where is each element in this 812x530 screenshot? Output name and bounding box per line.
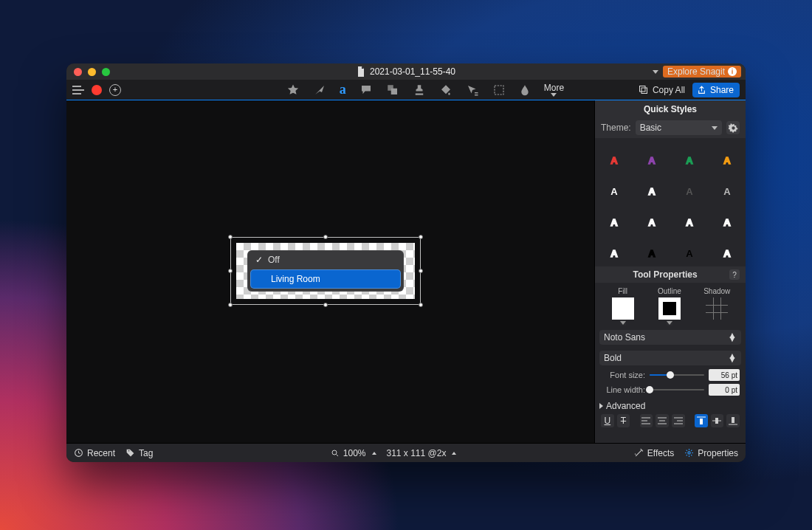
resize-handle[interactable]: [419, 235, 423, 239]
resize-handle[interactable]: [228, 269, 233, 273]
resize-handle[interactable]: [228, 303, 233, 307]
resize-handle[interactable]: [323, 303, 328, 307]
font-size-label: Font size:: [601, 371, 645, 379]
svg-text:A: A: [686, 217, 693, 228]
quick-styles-grid: AAAAAAAAAAAAAAAA: [595, 138, 746, 266]
line-width-value[interactable]: 0 pt: [709, 384, 740, 396]
tag-label: Tag: [139, 448, 153, 458]
font-size-value[interactable]: 56 pt: [709, 369, 740, 381]
check-icon: ✓: [255, 255, 264, 265]
tool-row: a More: [213, 82, 638, 97]
share-label: Share: [710, 85, 734, 95]
shadow-picker[interactable]: [704, 297, 729, 326]
advanced-toggle[interactable]: Advanced: [595, 398, 746, 413]
font-family-value: Noto Sans: [604, 332, 645, 343]
hamburger-menu-icon[interactable]: [72, 86, 84, 94]
quick-style-item[interactable]: A: [708, 142, 746, 173]
gear-icon: [684, 448, 694, 458]
theme-select[interactable]: Basic: [636, 120, 722, 135]
resize-handle[interactable]: [323, 235, 328, 239]
quick-style-item[interactable]: A: [708, 173, 746, 204]
menu-item-living-room[interactable]: Living Room: [250, 269, 401, 289]
effects-tab[interactable]: Effects: [634, 448, 674, 458]
svg-text:A: A: [686, 155, 693, 166]
more-tools-button[interactable]: More: [544, 83, 564, 97]
blur-tool-icon[interactable]: [519, 83, 531, 97]
quick-style-item[interactable]: A: [633, 173, 670, 204]
underline-toggle[interactable]: U: [601, 414, 614, 427]
align-center-toggle[interactable]: [656, 414, 669, 427]
svg-text:A: A: [610, 217, 618, 228]
dimensions-display[interactable]: 311 x 111 @2x: [387, 448, 457, 458]
menu-item-off[interactable]: ✓ Off: [247, 250, 404, 269]
shape-tool-icon[interactable]: [386, 83, 399, 97]
selection-bounds[interactable]: ✓ Off Living Room: [230, 237, 421, 305]
shadow-label: Shadow: [703, 287, 730, 295]
line-width-slider[interactable]: [650, 385, 704, 395]
zoom-window-button[interactable]: [102, 68, 110, 76]
editor-canvas[interactable]: ✓ Off Living Room: [66, 100, 594, 443]
minimize-window-button[interactable]: [88, 68, 96, 76]
theme-settings-button[interactable]: [726, 121, 740, 134]
quick-style-item[interactable]: A: [670, 204, 708, 235]
line-width-label: Line width:: [601, 385, 645, 394]
favorite-tool-icon[interactable]: [286, 83, 300, 97]
strikethrough-toggle[interactable]: T: [617, 414, 630, 427]
quick-style-item[interactable]: A: [670, 173, 708, 204]
resize-handle[interactable]: [228, 235, 233, 239]
help-button[interactable]: ?: [729, 269, 740, 280]
quick-style-item[interactable]: A: [595, 235, 633, 266]
share-button[interactable]: Share: [692, 83, 740, 97]
valign-middle-toggle[interactable]: [711, 414, 724, 427]
quick-style-item[interactable]: A: [633, 235, 670, 266]
explore-snagit-button[interactable]: Explore Snagit i: [663, 66, 741, 78]
quick-style-item[interactable]: A: [595, 204, 633, 235]
zoom-control[interactable]: 100%: [331, 448, 376, 458]
selection-tool-icon[interactable]: [492, 83, 506, 97]
recent-button[interactable]: Recent: [74, 448, 115, 458]
theme-value: Basic: [640, 123, 661, 133]
arrow-tool-icon[interactable]: [313, 83, 326, 97]
valign-top-toggle[interactable]: [695, 414, 708, 427]
text-tool-icon[interactable]: a: [340, 82, 346, 97]
record-button[interactable]: [92, 85, 102, 95]
outline-swatch[interactable]: [657, 297, 682, 326]
dimensions-value: 311 x 111 @2x: [387, 448, 447, 458]
valign-bottom-toggle[interactable]: [726, 414, 740, 427]
font-family-select[interactable]: Noto Sans ▲▼: [599, 330, 741, 345]
file-icon: [357, 66, 365, 77]
svg-text:A: A: [723, 248, 731, 259]
copy-all-button[interactable]: Copy All: [638, 84, 685, 95]
quick-style-item[interactable]: A: [595, 142, 633, 173]
add-button[interactable]: +: [109, 84, 121, 96]
stamp-tool-icon[interactable]: [413, 83, 426, 97]
svg-text:A: A: [610, 186, 618, 197]
font-weight-select[interactable]: Bold ▲▼: [599, 351, 741, 365]
title-dropdown-icon[interactable]: [653, 70, 658, 74]
svg-rect-3: [639, 86, 645, 92]
quick-style-item[interactable]: A: [633, 142, 670, 173]
fill-tool-icon[interactable]: [439, 83, 453, 97]
properties-tab[interactable]: Properties: [684, 448, 738, 458]
quick-style-item[interactable]: A: [670, 235, 708, 266]
font-size-slider[interactable]: [650, 370, 704, 380]
align-right-toggle[interactable]: [672, 414, 685, 427]
align-left-toggle[interactable]: [640, 414, 653, 427]
menu-item-label: Off: [268, 255, 280, 265]
fill-swatch[interactable]: [610, 297, 636, 326]
resize-handle[interactable]: [419, 269, 423, 273]
move-tool-icon[interactable]: [466, 83, 479, 97]
quick-style-item[interactable]: A: [633, 204, 670, 235]
tag-button[interactable]: Tag: [125, 448, 153, 458]
callout-tool-icon[interactable]: [359, 83, 373, 97]
font-size-row: Font size: 56 pt: [595, 368, 746, 383]
properties-label: Properties: [698, 448, 738, 458]
stepper-icon: ▲▼: [728, 354, 737, 362]
quick-style-item[interactable]: A: [708, 204, 746, 235]
gear-icon: [729, 123, 738, 133]
resize-handle[interactable]: [419, 303, 423, 307]
close-window-button[interactable]: [74, 68, 82, 76]
quick-style-item[interactable]: A: [670, 142, 708, 173]
quick-style-item[interactable]: A: [708, 235, 746, 266]
quick-style-item[interactable]: A: [595, 173, 633, 204]
